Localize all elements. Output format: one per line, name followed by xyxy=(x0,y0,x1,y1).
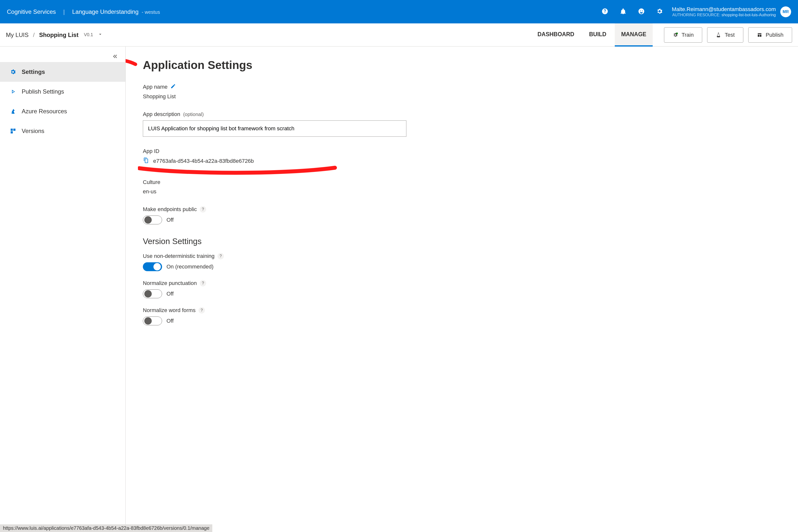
nav-tabs: DASHBOARD BUILD MANAGE xyxy=(531,23,653,46)
test-button[interactable]: Test xyxy=(707,27,743,43)
main-layout: Settings Publish Settings Azure Resource… xyxy=(0,46,798,532)
sub-header: My LUIS / Shopping List V0.1 DASHBOARD B… xyxy=(0,23,798,46)
train-button[interactable]: Train xyxy=(664,27,702,43)
nondet-label: Use non-deterministic training xyxy=(143,253,214,259)
sidebar-item-label: Azure Resources xyxy=(22,108,67,115)
sidebar-item-label: Versions xyxy=(22,128,44,134)
app-description-input[interactable] xyxy=(143,120,406,137)
action-buttons: Train Test Publish xyxy=(664,27,792,43)
sidebar-collapse-icon[interactable] xyxy=(111,53,118,61)
app-name-label: App name xyxy=(143,84,168,90)
sidebar-item-label: Settings xyxy=(22,69,45,75)
subservice-name[interactable]: Language Understanding - westus xyxy=(72,8,160,15)
norm-word-help-icon[interactable]: ? xyxy=(198,307,205,314)
sidebar-item-azure-resources[interactable]: Azure Resources xyxy=(0,101,125,121)
grid-icon xyxy=(10,128,16,134)
breadcrumb-root[interactable]: My LUIS xyxy=(6,32,28,38)
endpoints-state: Off xyxy=(167,217,174,223)
content-area: Application Settings App name Shopping L… xyxy=(126,46,798,532)
publish-button[interactable]: Publish xyxy=(748,27,792,43)
norm-punct-state: Off xyxy=(167,291,174,297)
train-label: Train xyxy=(682,32,694,38)
user-email: Malte.Reimann@studentambassadors.com xyxy=(672,6,776,13)
azure-icon xyxy=(10,108,16,115)
norm-word-label: Normalize word forms xyxy=(143,307,195,314)
resource-value: shopping-list-bot-luis-Authoring xyxy=(721,13,776,17)
breadcrumb: My LUIS / Shopping List V0.1 xyxy=(6,32,103,38)
help-icon[interactable] xyxy=(602,8,608,16)
test-label: Test xyxy=(725,32,735,38)
play-outline-icon xyxy=(10,89,16,95)
avatar[interactable]: MR xyxy=(780,6,791,17)
app-name-value: Shopping List xyxy=(143,93,781,100)
endpoints-help-icon[interactable]: ? xyxy=(200,206,206,212)
tab-dashboard[interactable]: DASHBOARD xyxy=(531,23,581,46)
culture-value: en-us xyxy=(143,188,781,195)
feedback-smiley-icon[interactable] xyxy=(638,8,645,16)
app-id-label: App ID xyxy=(143,148,781,154)
app-id-value: e7763afa-d543-4b54-a22a-83fbd8e6726b xyxy=(153,158,254,164)
publish-label: Publish xyxy=(766,32,783,38)
header-divider: | xyxy=(63,8,65,15)
sidebar-item-publish-settings[interactable]: Publish Settings xyxy=(0,82,125,101)
norm-word-toggle[interactable] xyxy=(143,317,162,325)
endpoints-toggle[interactable] xyxy=(143,215,162,224)
subservice-label: Language Understanding xyxy=(72,8,139,15)
notifications-icon[interactable] xyxy=(620,8,627,16)
user-block[interactable]: Malte.Reimann@studentambassadors.com AUT… xyxy=(672,6,791,18)
sidebar-item-label: Publish Settings xyxy=(22,88,64,95)
norm-word-state: Off xyxy=(167,318,174,324)
header-right: Malte.Reimann@studentambassadors.com AUT… xyxy=(602,6,791,18)
version-dropdown-icon[interactable] xyxy=(97,32,103,38)
sidebar-item-settings[interactable]: Settings xyxy=(0,62,125,82)
copy-app-id-icon[interactable] xyxy=(143,157,149,165)
authoring-resource: AUTHORING RESOURCE: shopping-list-bot-lu… xyxy=(672,13,776,18)
service-name[interactable]: Cognitive Services xyxy=(7,8,56,15)
sidebar-item-versions[interactable]: Versions xyxy=(0,121,125,141)
publish-icon xyxy=(757,32,762,38)
settings-gear-icon[interactable] xyxy=(656,8,663,16)
page-title: Application Settings xyxy=(143,58,781,72)
header-icon-group xyxy=(602,8,663,16)
norm-punct-toggle[interactable] xyxy=(143,289,162,298)
norm-punct-label: Normalize punctuation xyxy=(143,280,197,286)
endpoints-label: Make endpoints public xyxy=(143,206,197,212)
breadcrumb-version: V0.1 xyxy=(84,32,93,37)
flask-icon xyxy=(716,32,721,38)
azure-top-header: Cognitive Services | Language Understand… xyxy=(0,0,798,23)
nondet-toggle[interactable] xyxy=(143,262,162,271)
breadcrumb-current: Shopping List xyxy=(39,32,79,38)
tab-build[interactable]: BUILD xyxy=(583,23,613,46)
nav-actions: DASHBOARD BUILD MANAGE Train Test Publis… xyxy=(531,23,792,46)
annotation-arrow xyxy=(126,52,138,81)
header-left: Cognitive Services | Language Understand… xyxy=(7,8,160,15)
culture-label: Culture xyxy=(143,179,781,186)
endpoints-label-row: Make endpoints public ? xyxy=(143,206,781,212)
nondet-state: On (recommended) xyxy=(167,264,213,270)
gear-icon xyxy=(10,69,16,75)
edit-app-name-icon[interactable] xyxy=(170,83,176,90)
nondet-help-icon[interactable]: ? xyxy=(217,253,224,259)
breadcrumb-sep: / xyxy=(33,32,35,38)
norm-word-label-row: Normalize word forms ? xyxy=(143,307,781,314)
app-name-label-row: App name xyxy=(143,83,781,90)
app-desc-label-row: App description (optional) xyxy=(143,111,781,117)
version-settings-title: Version Settings xyxy=(143,237,781,246)
sidebar: Settings Publish Settings Azure Resource… xyxy=(0,46,126,532)
resource-label: AUTHORING RESOURCE: xyxy=(672,13,720,17)
app-desc-label: App description xyxy=(143,111,180,117)
norm-punct-help-icon[interactable]: ? xyxy=(200,280,206,286)
nondet-label-row: Use non-deterministic training ? xyxy=(143,253,781,259)
norm-punct-label-row: Normalize punctuation ? xyxy=(143,280,781,286)
region-label: - westus xyxy=(141,10,160,15)
optional-hint: (optional) xyxy=(183,112,204,117)
train-gear-icon xyxy=(673,32,678,38)
tab-manage[interactable]: MANAGE xyxy=(615,23,653,46)
user-info: Malte.Reimann@studentambassadors.com AUT… xyxy=(672,6,776,18)
browser-status-bar: https://www.luis.ai/applications/e7763af… xyxy=(0,524,212,532)
svg-point-0 xyxy=(676,32,678,34)
